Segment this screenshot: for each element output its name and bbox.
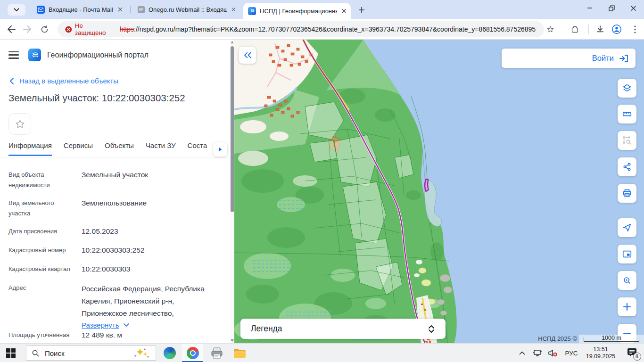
screen: Входящие - Почта Mail Onego.ru Webmail :…	[0, 0, 644, 362]
share-button[interactable]	[618, 157, 636, 176]
tab-title: Onego.ru Webmail :: Входящие	[149, 6, 227, 13]
taskbar-search[interactable]: Поиск	[26, 346, 156, 361]
tab-parcel-parts[interactable]: Части ЗУ	[146, 141, 176, 156]
copilot-sparkles-icon	[132, 347, 150, 359]
volume-muted-icon[interactable]	[545, 349, 561, 357]
url-text: https://nspd.gov.ru/map?thematic=PKK&zoo…	[120, 25, 537, 33]
overview-map-button[interactable]	[618, 245, 636, 263]
reload-button[interactable]	[38, 23, 51, 36]
locate-button[interactable]	[618, 218, 636, 237]
scroll-down-icon	[231, 339, 234, 342]
not-secure-icon	[65, 26, 72, 33]
address-bar[interactable]: Не защищено https://nspd.gov.ru/map?them…	[58, 21, 544, 37]
tab-separator	[130, 6, 131, 13]
parcel-title: Земельный участок: 10:22:0030303:252	[8, 92, 185, 104]
window-close-button[interactable]	[622, 0, 644, 16]
field-row: Площадь уточненная 12 489 кв. м	[8, 330, 221, 340]
language-indicator[interactable]: РУС	[561, 350, 582, 357]
back-button[interactable]	[5, 23, 18, 36]
ruler-button[interactable]	[618, 105, 636, 123]
close-icon[interactable]	[342, 8, 346, 13]
start-button[interactable]	[6, 348, 16, 358]
login-button[interactable]: Войти	[502, 49, 636, 68]
browser-menu-button[interactable]	[629, 23, 641, 35]
chevron-left-icon	[9, 78, 14, 84]
tab-information[interactable]: Информация	[8, 141, 52, 156]
chevron-down-icon	[124, 323, 129, 327]
tab-search-button[interactable]	[8, 4, 25, 16]
collapse-panel-button[interactable]	[239, 47, 256, 64]
nspd-favicon	[248, 7, 256, 15]
extension-icon[interactable]	[569, 23, 581, 35]
restore-icon	[609, 5, 615, 11]
tab-nspd-active[interactable]: НСПД | Геоинформационный	[243, 3, 351, 19]
menu-button[interactable]	[8, 51, 19, 59]
double-chevron-left-icon	[243, 51, 252, 59]
security-badge[interactable]: Не защищено	[65, 22, 115, 36]
tabs-scroll-right-button[interactable]	[213, 142, 227, 156]
area-search-button[interactable]	[618, 131, 636, 150]
legend-bar[interactable]: Легенда	[240, 319, 446, 339]
browser-tab-strip: Входящие - Почта Mail Onego.ru Webmail :…	[0, 0, 644, 19]
tab-webmail[interactable]: Onego.ru Webmail :: Входящие	[133, 0, 240, 19]
search-icon	[32, 350, 39, 357]
attributes-list: Вид объекта недвижимости Земельный участ…	[8, 170, 221, 340]
chevron-down-icon	[14, 8, 19, 12]
tray-date: 19.09.2025	[586, 353, 616, 360]
favorite-button[interactable]	[8, 113, 31, 135]
url-scheme: https	[120, 25, 134, 33]
network-icon[interactable]	[530, 350, 545, 357]
download-button[interactable]	[594, 23, 606, 35]
window-restore-button[interactable]	[601, 0, 622, 16]
map-canvas[interactable]	[234, 40, 644, 343]
search-placeholder: Поиск	[45, 349, 126, 357]
field-row: Кадастровый квартал 10:22:0030303	[8, 264, 221, 274]
tab-composition[interactable]: Соста	[188, 141, 207, 156]
field-row-address: Адрес Российская Федерация, Республика К…	[8, 283, 221, 329]
notification-center-button[interactable]: 8	[619, 348, 644, 359]
scale-ruler	[584, 337, 639, 342]
info-panel: Геоинформационный портал Назад в выделен…	[0, 40, 234, 343]
notification-count-badge: 8	[633, 353, 641, 361]
window-minimize-button[interactable]	[579, 0, 601, 16]
tab-mail[interactable]: Входящие - Почта Mail	[32, 0, 128, 19]
scale-bar: 1000 m	[579, 335, 644, 343]
plus-icon	[358, 7, 365, 13]
arrow-left-icon	[7, 25, 16, 33]
tab-objects[interactable]: Объекты	[105, 141, 134, 156]
tray-expand-button[interactable]	[514, 351, 530, 355]
chrome-taskbar-item[interactable]	[182, 344, 203, 362]
profile-button[interactable]	[611, 23, 623, 35]
back-link[interactable]: Назад в выделенные объекты	[9, 77, 118, 85]
panel-scrollbar[interactable]	[230, 40, 234, 343]
tab-services[interactable]: Сервисы	[64, 141, 93, 156]
forward-button[interactable]	[21, 23, 34, 36]
ruler-icon	[622, 109, 632, 119]
search-on-map-button[interactable]	[618, 271, 636, 290]
toolbar-separator	[588, 25, 589, 34]
triangle-right-icon	[219, 147, 222, 152]
scroll-up-icon	[231, 41, 234, 43]
minimize-icon	[587, 5, 593, 11]
edge-icon[interactable]	[163, 346, 176, 360]
mail-favicon	[37, 6, 45, 14]
selected-parcel-outline[interactable]	[425, 179, 429, 191]
scrollbar-thumb[interactable]	[231, 46, 234, 212]
kebab-menu-icon	[634, 25, 636, 33]
clock[interactable]: 13:51 19.09.2025	[582, 346, 619, 360]
chevron-up-icon	[519, 351, 525, 355]
new-tab-button[interactable]	[355, 4, 369, 16]
close-icon[interactable]	[118, 7, 123, 12]
close-icon[interactable]	[231, 7, 236, 12]
map-container: Войти	[234, 40, 644, 343]
expand-address-link[interactable]: Развернуть	[82, 321, 221, 329]
print-button[interactable]	[618, 184, 636, 203]
layers-button[interactable]	[618, 79, 636, 98]
file-explorer-icon[interactable]	[233, 346, 246, 360]
profile-icon	[611, 24, 622, 34]
bookmark-star-button[interactable]	[544, 23, 556, 35]
tab-title: НСПД | Геоинформационный	[260, 8, 337, 15]
printer-app-icon[interactable]	[210, 346, 223, 360]
zoom-in-button[interactable]	[618, 297, 636, 316]
webmail-favicon	[138, 6, 145, 13]
